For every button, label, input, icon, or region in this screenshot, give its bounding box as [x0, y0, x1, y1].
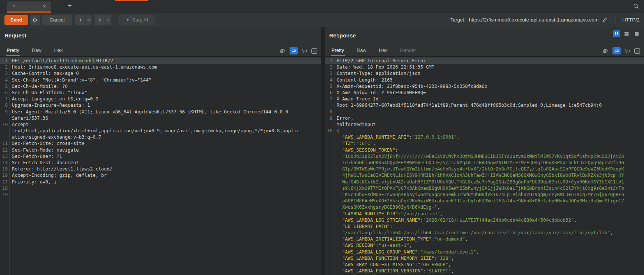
code-line[interactable]: 9User-Agent: Mozilla/5.0 (X11; Linux x86…: [0, 109, 321, 115]
code-line[interactable]: "AWS_LAMBDA_RUNTIME_API":"127.0.0.1:9001…: [325, 134, 644, 140]
line-number: [325, 185, 334, 191]
code-line[interactable]: 3Content-Type: application/json: [325, 70, 644, 76]
code-line[interactable]: 6Sec-Ch-Ua-Platform: "Linux": [0, 89, 321, 96]
hide-nonprinting-icon[interactable]: [279, 48, 285, 54]
code-line[interactable]: 1HTTP/2 500 Internal Server Error: [325, 57, 644, 64]
code-line[interactable]: "AWS_LAMBDA_FUNCTION_VERSION":"$LATEST",: [325, 268, 644, 274]
code-line[interactable]: 10Accept:: [0, 121, 321, 127]
code-line[interactable]: 8Upgrade-Insecure-Requests: 1: [0, 102, 321, 108]
code-line[interactable]: 16Accept-Encoding: gzip, deflate, br: [0, 172, 321, 178]
code-line[interactable]: 2Host: 2rfismmoo8.execute-api.us-east-1.…: [0, 64, 321, 70]
tab-pretty[interactable]: Pretty: [6, 46, 20, 56]
code-line[interactable]: 4Sec-Ch-Ua: "Not(A:Brand";v="8", "Chromi…: [0, 77, 321, 83]
code-line[interactable]: 5X-Amzn-Requestid: 21f8bacc-954b-4232-99…: [325, 83, 644, 89]
add-tab-button[interactable]: +: [68, 2, 72, 10]
code-line[interactable]: 6X-Amz-Apigw-Id: Y_9SrE96oAMEHRQ=: [325, 89, 644, 96]
repeater-tab-1[interactable]: 1 ×: [7, 1, 51, 13]
code-line[interactable]: 2Date: Wed, 18 Feb 2026 22:51:35 GMT: [325, 64, 644, 70]
code-line[interactable]: 4Content-Length: 2163: [325, 77, 644, 83]
forward-button[interactable]: [95, 15, 105, 25]
search-icon[interactable]: [633, 3, 640, 10]
code-line[interactable]: 7X-Amzn-Trace-Id:: [325, 96, 644, 102]
forward-dropdown-button[interactable]: [105, 15, 111, 25]
code-line[interactable]: 9Error,: [325, 115, 644, 121]
code-line[interactable]: "TZ":":UTC",: [325, 140, 644, 146]
code-line[interactable]: "AWS_SESSION_TOKEN":: [325, 147, 644, 153]
line-number: [325, 159, 334, 166]
back-dropdown-button[interactable]: [85, 15, 92, 25]
back-button[interactable]: [75, 15, 85, 25]
newline-chars-icon[interactable]: \n: [625, 48, 630, 53]
request-view-tabs: Pretty Raw Hex: [6, 46, 75, 56]
code-line[interactable]: p80PINEEAeM5uKO+2HkkgOqcVKm5wxWBUrabrveK…: [325, 198, 644, 204]
rows-layout-button[interactable]: [623, 30, 630, 37]
code-line[interactable]: 5Sec-Ch-Ua-Mobile: ?0: [0, 83, 321, 89]
line-number: 16: [0, 172, 9, 178]
code-line[interactable]: 1d7b6bGbj5OUKKo4UQyVEFMBWPmVeL6X3JF/5/cs…: [325, 159, 644, 166]
code-line[interactable]: 19: [0, 191, 321, 198]
code-line[interactable]: WqfG4DtNCxlk2ivfyLxUA2ruUaH3F1ZM3fUOuKQU…: [325, 179, 644, 185]
code-line[interactable]: malformedinput: [325, 121, 644, 127]
response-view-tabs: Pretty Raw Hex Render: [331, 46, 428, 56]
request-editor[interactable]: 1GET /default/level1?code=code HTTP/22Ho…: [0, 57, 321, 275]
code-line[interactable]: 14Sec-Fetch-Dest: document: [0, 159, 321, 166]
code-line[interactable]: "AWS_LAMBDA_LOG_GROUP_NAME":"/aws/lambda…: [325, 249, 644, 255]
code-line[interactable]: Root=1-69964277-607ebd1f5118fad74f1a1f89…: [325, 102, 644, 108]
code-line[interactable]: "AWS_XRAY_CONTEXT_MISSING":"LOG_ERROR",: [325, 261, 644, 268]
code-line[interactable]: "AWS_LAMBDA_INITIALIZATION_TYPE":"on-dem…: [325, 236, 644, 242]
newline-chars-icon[interactable]: \n: [302, 48, 307, 53]
code-line[interactable]: Safari/537.36: [0, 115, 321, 121]
code-line[interactable]: 3Cache-Control: max-age=0: [0, 70, 321, 76]
code-line[interactable]: ation/signed-exchange;v=b3;q=0.7: [0, 134, 321, 140]
close-icon[interactable]: ×: [43, 3, 46, 9]
settings-button[interactable]: ⚙: [30, 15, 40, 25]
code-line[interactable]: "AWS_LAMBDA_FUNCTION_MEMORY_SIZE":"128",: [325, 255, 644, 261]
line-number: 9: [0, 109, 9, 115]
code-line[interactable]: "LAMBDA_RUNTIME_DIR":"/var/runtime",: [325, 211, 644, 217]
line-number: [325, 140, 334, 146]
code-line[interactable]: 13Sec-Fetch-User: ?1: [0, 153, 321, 159]
code-line[interactable]: 15Referer: http://level1.flaws2.cloud/: [0, 166, 321, 172]
code-line[interactable]: 4jMWGLTwuCaQIVENEtNL1uHI6Y9HRRIBh/ihhVXC…: [325, 172, 644, 178]
code-line[interactable]: s9l6KjXmU9T7MIrOPAxFyO7x3AbCmaqB6gUHOX5e…: [325, 185, 644, 191]
code-line[interactable]: 8: [325, 109, 644, 115]
code-line[interactable]: 7Accept-Language: en-US,en;q=0.9: [0, 96, 321, 102]
tab-raw[interactable]: Raw: [356, 46, 367, 56]
line-number: 14: [0, 159, 9, 166]
soft-wrap-toggle[interactable]: [290, 47, 298, 54]
code-line[interactable]: 12Sec-Fetch-Mode: navigate: [0, 147, 321, 153]
code-line[interactable]: "LD_LIBRARY_PATH":: [325, 223, 644, 229]
code-line[interactable]: LK5cDOhq+XdMOSE2cwGOp4BbayiwGotUSqAc8Uem…: [325, 191, 644, 198]
send-button[interactable]: Send: [4, 15, 28, 25]
code-line[interactable]: "AWS_REGION":"us-east-1",: [325, 242, 644, 248]
code-line[interactable]: 17Priority: u=0, i: [0, 179, 321, 185]
editor-menu-icon[interactable]: [634, 48, 640, 54]
response-editor[interactable]: 1HTTP/2 500 Internal Server Error2Date: …: [325, 57, 644, 275]
code-line[interactable]: 11Sec-Fetch-Site: cross-site: [0, 140, 321, 146]
code-line[interactable]: 18: [0, 185, 321, 191]
line-number: 3: [325, 70, 334, 76]
cancel-button[interactable]: Cancel: [42, 15, 72, 25]
code-line[interactable]: text/html,application/xhtml+xml,applicat…: [0, 127, 321, 134]
history-forward-group: [95, 15, 111, 25]
burp-ai-button[interactable]: ✦+ Burp AI: [118, 15, 155, 25]
soft-wrap-toggle[interactable]: [612, 47, 621, 54]
tab-raw[interactable]: Raw: [31, 46, 42, 56]
code-line[interactable]: GIp/OWTWEpWoTM9jwlUTewHQYm2Lllmn/e4dHnRs…: [325, 166, 644, 172]
code-line[interactable]: "IQoJb3JpZ2luX2VjEKf//////////wEaCXVzLWV…: [325, 153, 644, 159]
tab-render[interactable]: Render: [399, 46, 417, 56]
code-line[interactable]: "/var/lang/lib:/lib64:/usr/lib64:/var/ru…: [325, 229, 644, 236]
editor-menu-icon[interactable]: [311, 48, 317, 54]
edit-target-icon[interactable]: [602, 17, 608, 23]
code-line[interactable]: XwqsQK6ZvxhgsryDGE390IyN/D6KdEyg=",: [325, 204, 644, 210]
maximize-layout-button[interactable]: [633, 30, 640, 37]
code-line[interactable]: "AWS_LAMBDA_LOG_STREAM_NAME":"2026/02/18…: [325, 217, 644, 223]
code-line[interactable]: 1GET /default/level1?code=code HTTP/2: [0, 57, 321, 64]
tab-pretty[interactable]: Pretty: [331, 46, 345, 56]
tab-hex[interactable]: Hex: [378, 46, 388, 56]
tab-hex[interactable]: Hex: [53, 46, 63, 56]
panel-splitter[interactable]: [321, 27, 325, 275]
pause-layout-button[interactable]: [613, 30, 620, 37]
hide-nonprinting-icon[interactable]: [602, 48, 608, 54]
code-line[interactable]: 10{: [325, 127, 644, 134]
